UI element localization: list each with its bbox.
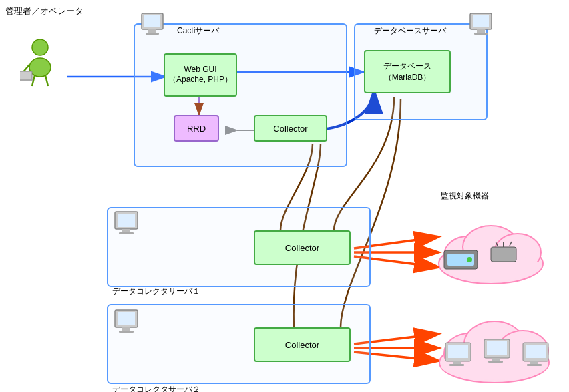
cloud2 [431,303,558,388]
svg-point-16 [29,58,51,77]
svg-rect-31 [118,214,135,227]
svg-rect-25 [146,33,159,35]
svg-rect-61 [492,358,500,361]
svg-rect-57 [453,361,461,364]
person-icon [20,37,60,90]
svg-rect-64 [526,345,546,358]
collector2-box: Collector [254,327,351,362]
svg-point-45 [467,257,472,262]
svg-rect-33 [119,232,134,234]
svg-rect-58 [449,364,464,366]
database-label: データベース （MariaDB） [383,61,431,83]
svg-line-18 [45,75,48,86]
svg-rect-37 [119,331,134,333]
svg-rect-56 [448,345,468,358]
svg-rect-21 [20,79,33,81]
svg-rect-36 [122,327,130,331]
svg-rect-29 [474,33,488,35]
svg-rect-60 [487,341,507,355]
svg-rect-35 [118,312,135,325]
web-gui-label: Web GUI （Apache, PHP） [168,65,232,85]
db-server-label: データベースサーバ [374,25,446,37]
svg-point-15 [32,39,48,55]
svg-rect-28 [477,29,485,33]
data-collector2-computer [112,309,140,339]
web-gui-box: Web GUI （Apache, PHP） [164,53,237,97]
svg-rect-20 [20,71,32,80]
data-collector1-label: データコレクタサーバ１ [112,286,200,297]
rrd-label: RRD [187,124,206,134]
svg-rect-32 [122,229,130,232]
monitored-devices-label: 監視対象機器 [441,190,489,202]
data-collector2-label: データコレクタサーバ２ [112,384,200,392]
cacti-collector-label: Collector [273,124,307,134]
collector1-label: Collector [285,243,319,253]
svg-rect-24 [148,29,156,33]
diagram: 管理者／オペレータ Cactiサーバ データベースサーバ [0,0,569,392]
svg-rect-46 [491,247,516,262]
svg-rect-65 [530,361,538,364]
data-collector1-computer [112,210,140,240]
collector1-box: Collector [254,230,351,265]
svg-rect-62 [488,361,503,363]
cacti-server-label: Cactiサーバ [177,25,219,37]
admin-label: 管理者／オペレータ [5,5,83,17]
db-server-computer-icon [467,12,494,41]
svg-rect-23 [144,15,160,27]
cacti-collector-box: Collector [254,115,327,142]
cacti-server-computer-icon [139,12,166,41]
cloud1 [431,207,551,289]
collector2-label: Collector [285,340,319,350]
svg-rect-66 [527,364,542,366]
rrd-box: RRD [174,115,219,142]
svg-rect-27 [473,15,489,27]
database-box: データベース （MariaDB） [364,50,451,93]
